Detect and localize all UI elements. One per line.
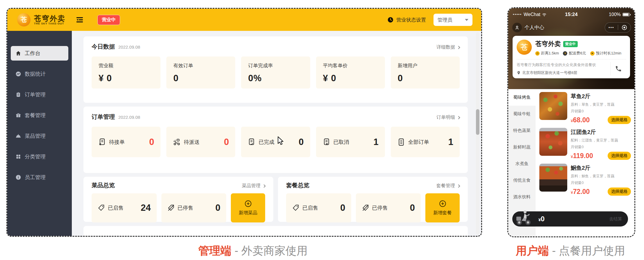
stat-value: 0 (398, 73, 453, 84)
sidebar-item-label: 员工管理 (25, 174, 46, 181)
currency-symbol: ¥ (571, 118, 573, 123)
user-dropdown-value: 管理员 (438, 17, 452, 23)
order-card-value: 0 (149, 137, 154, 147)
order-card-value: 0 (224, 137, 229, 147)
order-cancelled-icon (322, 138, 331, 146)
combo-overview-head: 套餐总览 套餐管理 (286, 181, 460, 189)
order-detail-link[interactable]: 订单明细 (436, 114, 460, 121)
stat-card-avg-price: 平均客单价 ¥ 0 (316, 56, 385, 89)
capsule-close-icon[interactable] (618, 25, 631, 30)
scrollbar-thumb[interactable] (476, 109, 479, 135)
sidebar-item-categories[interactable]: 分类管理 (11, 149, 68, 164)
dish-name: 鮰鱼2斤 (571, 164, 631, 172)
order-card-label: 待派送 (184, 139, 199, 146)
sidebar-item-statistics[interactable]: 数据统计 (11, 67, 68, 81)
sidebar: 工作台 数据统计 订单管理 套餐管理 菜品管理 分类管理 员工管理 (7, 31, 72, 236)
category-item[interactable]: 酒水饮料 (508, 189, 536, 205)
chart-icon (15, 71, 21, 77)
dish-management-link[interactable]: 菜品管理 (242, 183, 265, 189)
add-combo-button[interactable]: 新增套餐 (425, 193, 460, 222)
phone-status-bar: ••••• WeChat 15:24 100% (508, 10, 634, 19)
stat-value: ¥ 0 (323, 73, 378, 84)
category-item[interactable]: 蜀味烤鱼 (508, 89, 536, 106)
order-card-completed[interactable]: 已完成 0 (241, 127, 310, 157)
plus-circle-icon (244, 200, 252, 208)
link-label: 订单明细 (436, 114, 455, 121)
chevron-right-icon (457, 46, 460, 49)
link-label: 套餐管理 (436, 183, 455, 189)
sidebar-item-label: 工作台 (25, 50, 40, 57)
navigation-icon: ➤ (590, 51, 595, 56)
store-bottom-row: 苍穹餐厅为顾客打造专业的大众化美食外送餐饮 北京市朝阳区新街大道一号楼8层 (517, 62, 626, 75)
store-logo: 苍 (517, 40, 532, 55)
capsule-menu-icon[interactable]: ••• (605, 25, 618, 30)
store-header-info: 苍穹外卖 营业中 ◷ 距离1.5km ¥ 配送费6元 ➤ 预计时长12min (535, 40, 621, 56)
dish-overview-panel: 菜品总览 菜品管理 已启售 24 已停售 0 (83, 177, 273, 222)
link-label: 详细数据 (436, 44, 455, 50)
dish-image (539, 128, 567, 156)
sidebar-item-employees[interactable]: 员工管理 (11, 170, 68, 185)
sidebar-item-dishes[interactable]: 菜品管理 (11, 129, 68, 143)
order-card-label: 待接单 (109, 139, 125, 146)
sidebar-item-label: 订单管理 (25, 91, 46, 98)
admin-header: 苍 苍穹外卖 THE SKY TAKE-OUT 营业中 营业状态设置 管理员 (7, 9, 481, 31)
person-icon (512, 23, 522, 32)
dish-description: 原料：鮰鱼，黄豆芽，莲藕 (571, 174, 631, 179)
category-item[interactable]: 新鲜时蔬 (508, 139, 536, 155)
category-item[interactable]: 传统主食 (508, 172, 536, 189)
checkout-button[interactable]: 去结算 (609, 216, 622, 222)
category-item[interactable]: 蜀味牛蛙 (508, 106, 536, 122)
business-status-label: 营业状态设置 (396, 17, 426, 23)
clock-icon (387, 17, 394, 23)
admin-caption: 管理端 - 外卖商家使用 (6, 243, 482, 258)
order-pending-icon (98, 138, 106, 146)
dish-info: 鮰鱼2斤 原料：鮰鱼，黄豆芽，莲藕 月销量0 ¥72.00 选择规格 (571, 164, 631, 196)
order-card-value: 1 (448, 137, 453, 147)
sidebar-item-workbench[interactable]: 工作台 (11, 46, 68, 61)
order-card-pending[interactable]: 待接单 0 (92, 127, 160, 157)
combo-off-sale-card: 已停售 0 (356, 193, 421, 222)
store-name-row: 苍穹外卖 营业中 (535, 40, 621, 48)
category-item[interactable]: 特色蒸菜 (508, 122, 536, 139)
category-item[interactable]: 水煮鱼 (508, 155, 536, 172)
cart-total: ¥0 (538, 215, 545, 223)
order-card-dispatching[interactable]: 待派送 0 (166, 127, 235, 157)
gift-icon (15, 112, 21, 118)
plus-circle-icon (439, 200, 447, 208)
store-description-col: 苍穹餐厅为顾客打造专业的大众化美食外送餐饮 北京市朝阳区新街大道一号楼8层 (517, 62, 610, 75)
price-value: 68.00 (573, 116, 590, 124)
info-icon (15, 174, 21, 180)
profile-label: 个人中心 (525, 24, 544, 31)
status-right: 100% (609, 12, 630, 17)
sidebar-item-label: 分类管理 (25, 153, 46, 160)
today-detail-link[interactable]: 详细数据 (436, 44, 460, 50)
cart-bar[interactable]: ¥0 去结算 (512, 211, 628, 227)
cart-total-value: 0 (541, 215, 545, 223)
store-address-row: 北京市朝阳区新街大道一号楼8层 (517, 70, 610, 75)
profile-entry[interactable]: 个人中心 (512, 23, 544, 32)
combo-management-link[interactable]: 套餐管理 (436, 183, 460, 189)
panel-title: 订单管理 (92, 113, 115, 121)
overview-value: 0 (215, 203, 220, 213)
choose-spec-button[interactable]: 选择规格 (608, 152, 631, 160)
add-dish-button[interactable]: 新增菜品 (231, 193, 265, 222)
sidebar-collapse-icon[interactable] (76, 17, 83, 23)
order-all-icon (397, 138, 405, 146)
today-data-head: 今日数据 2022.09.08 详细数据 (92, 43, 460, 51)
choose-spec-button[interactable]: 选择规格 (608, 188, 631, 196)
overview-label: 已停售 (178, 204, 193, 211)
business-status-settings[interactable]: 营业状态设置 (387, 17, 426, 23)
dish-row: 江团鱼2斤 配料：江团鱼，黄豆芽，莲藕 月销量0 ¥119.00 选择规格 (539, 128, 631, 160)
sidebar-item-orders[interactable]: 订单管理 (11, 87, 68, 102)
sidebar-item-combos[interactable]: 套餐管理 (11, 108, 68, 123)
order-completed-icon (247, 138, 256, 146)
choose-spec-button[interactable]: 选择规格 (608, 116, 631, 124)
mouse-cursor (276, 136, 284, 147)
call-store-button[interactable] (610, 62, 626, 75)
order-card-all[interactable]: 全部订单 1 (391, 127, 460, 157)
dish-sales: 月销量0 (571, 145, 631, 150)
tag-off-icon (362, 204, 369, 212)
order-card-cancelled[interactable]: 已取消 1 (316, 127, 385, 157)
user-dropdown[interactable]: 管理员 (434, 14, 472, 26)
currency-symbol: ¥ (538, 217, 541, 222)
